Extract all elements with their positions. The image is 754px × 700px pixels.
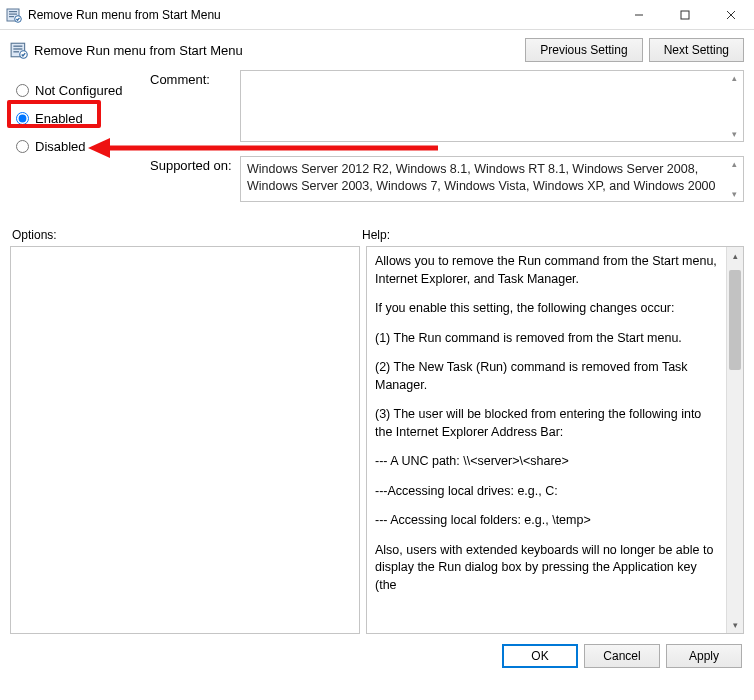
svg-rect-2 bbox=[9, 13, 17, 14]
scroll-thumb[interactable] bbox=[729, 270, 741, 370]
scroll-up-icon: ▴ bbox=[727, 247, 743, 264]
comment-scrollbar[interactable]: ▴ ▾ bbox=[726, 71, 743, 141]
apply-button[interactable]: Apply bbox=[666, 644, 742, 668]
help-label: Help: bbox=[362, 228, 390, 242]
help-paragraph: --- A UNC path: \\<server>\<share> bbox=[375, 453, 718, 471]
window-close-button[interactable] bbox=[708, 0, 754, 30]
help-paragraph: If you enable this setting, the followin… bbox=[375, 300, 718, 318]
help-paragraph: --- Accessing local folders: e.g., \temp… bbox=[375, 512, 718, 530]
options-label: Options: bbox=[12, 228, 362, 242]
dialog-footer: OK Cancel Apply bbox=[0, 634, 754, 678]
help-paragraph: Also, users with extended keyboards will… bbox=[375, 542, 718, 595]
scroll-up-icon: ▴ bbox=[732, 73, 737, 83]
help-scrollbar[interactable]: ▴ ▾ bbox=[726, 247, 743, 633]
svg-rect-10 bbox=[13, 46, 22, 47]
window-titlebar: Remove Run menu from Start Menu bbox=[0, 0, 754, 30]
ok-button[interactable]: OK bbox=[502, 644, 578, 668]
scroll-down-icon: ▾ bbox=[732, 129, 737, 139]
window-maximize-button[interactable] bbox=[662, 0, 708, 30]
disabled-label: Disabled bbox=[35, 139, 86, 154]
next-setting-button[interactable]: Next Setting bbox=[649, 38, 744, 62]
state-radio-group: Not Configured Enabled Disabled bbox=[10, 70, 150, 202]
options-panel bbox=[10, 246, 360, 634]
scroll-down-icon: ▾ bbox=[727, 616, 743, 633]
cancel-button[interactable]: Cancel bbox=[584, 644, 660, 668]
help-paragraph: (2) The New Task (Run) command is remove… bbox=[375, 359, 718, 394]
help-paragraph: Allows you to remove the Run command fro… bbox=[375, 253, 718, 288]
supported-scrollbar[interactable]: ▴ ▾ bbox=[726, 157, 743, 201]
supported-on-text: Windows Server 2012 R2, Windows 8.1, Win… bbox=[241, 157, 726, 201]
policy-header: Remove Run menu from Start Menu Previous… bbox=[0, 30, 754, 66]
scroll-up-icon: ▴ bbox=[732, 159, 737, 169]
policy-title: Remove Run menu from Start Menu bbox=[34, 43, 519, 58]
svg-rect-3 bbox=[9, 16, 14, 17]
enabled-label: Enabled bbox=[35, 111, 83, 126]
window-title: Remove Run menu from Start Menu bbox=[28, 8, 616, 22]
help-paragraph: ---Accessing local drives: e.g., C: bbox=[375, 483, 718, 501]
supported-on-label: Supported on: bbox=[150, 156, 240, 202]
previous-setting-button[interactable]: Previous Setting bbox=[525, 38, 642, 62]
svg-rect-11 bbox=[13, 48, 22, 49]
not-configured-radio[interactable] bbox=[16, 84, 29, 97]
policy-icon bbox=[6, 7, 22, 23]
not-configured-label: Not Configured bbox=[35, 83, 122, 98]
help-textbox: Allows you to remove the Run command fro… bbox=[367, 247, 726, 633]
comment-label: Comment: bbox=[150, 70, 240, 142]
comment-textarea[interactable] bbox=[241, 71, 726, 141]
scroll-down-icon: ▾ bbox=[732, 189, 737, 199]
svg-rect-1 bbox=[9, 11, 17, 12]
help-paragraph: (1) The Run command is removed from the … bbox=[375, 330, 718, 348]
scroll-track[interactable] bbox=[727, 264, 743, 616]
help-paragraph: (3) The user will be blocked from enteri… bbox=[375, 406, 718, 441]
svg-rect-12 bbox=[13, 51, 19, 52]
svg-rect-6 bbox=[681, 11, 689, 19]
window-minimize-button[interactable] bbox=[616, 0, 662, 30]
disabled-radio[interactable] bbox=[16, 140, 29, 153]
policy-icon bbox=[10, 41, 28, 59]
enabled-radio[interactable] bbox=[16, 112, 29, 125]
